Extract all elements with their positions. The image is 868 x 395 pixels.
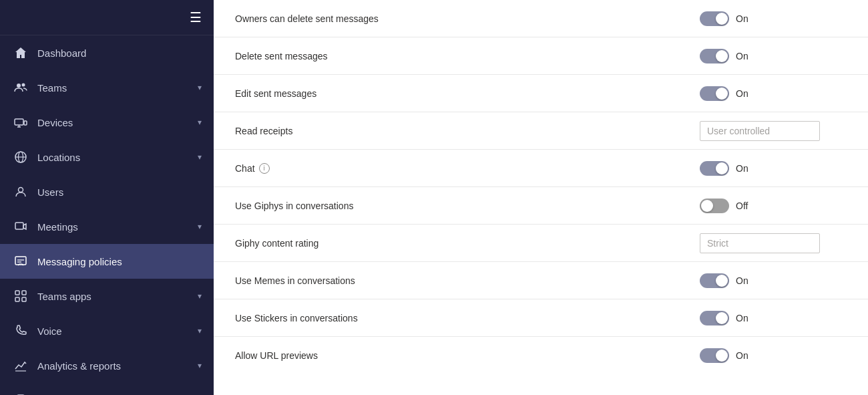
sidebar: ☰ Dashboard Teams ▾: [0, 0, 214, 395]
devices-icon: [12, 114, 29, 131]
toggle-knob-use-giphys: [701, 200, 713, 212]
messaging-icon: [12, 253, 29, 270]
settings-label-use-giphys: Use Giphys in conversations: [235, 201, 700, 211]
svg-rect-16: [15, 297, 19, 301]
settings-label-allow-url: Allow URL previews: [235, 350, 700, 361]
sidebar-item-label: Locations: [37, 152, 198, 163]
sidebar-item-label: Analytics & reports: [37, 360, 198, 372]
svg-rect-14: [15, 291, 19, 295]
settings-control-read-receipts: User controlled: [700, 121, 847, 141]
info-icon[interactable]: i: [259, 163, 270, 174]
settings-row-giphy-rating: Giphy content ratingStrict: [214, 225, 868, 262]
sidebar-item-label: Meetings: [37, 221, 198, 233]
sidebar-item-label: Dashboard: [37, 47, 202, 59]
toggle-label-use-memes: On: [736, 275, 756, 286]
settings-control-delete-sent: On: [700, 49, 847, 63]
sidebar-item-devices[interactable]: Devices ▾: [0, 105, 214, 140]
toggle-label-delete-sent: On: [736, 51, 756, 61]
toggle-label-allow-url: On: [736, 350, 756, 361]
chevron-down-icon: ▾: [198, 326, 202, 336]
sidebar-item-analytics-reports[interactable]: Analytics & reports ▾: [0, 348, 214, 383]
svg-rect-3: [24, 121, 27, 125]
settings-label-use-memes: Use Memes in conversations: [235, 275, 700, 286]
settings-row-use-giphys: Use Giphys in conversationsOff: [214, 187, 868, 225]
settings-row-edit-sent: Edit sent messagesOn: [214, 75, 868, 112]
main-content: Owners can delete sent messagesOnDelete …: [214, 0, 868, 395]
hamburger-menu-icon[interactable]: ☰: [190, 9, 202, 25]
sidebar-item-locations[interactable]: Locations ▾: [0, 140, 214, 174]
toggle-label-owners-delete: On: [736, 13, 756, 24]
meetings-icon: [12, 218, 29, 235]
chevron-down-icon: ▾: [198, 361, 202, 370]
toggle-chat[interactable]: [700, 161, 729, 176]
toggle-knob-owners-delete: [716, 13, 728, 25]
toggle-knob-chat: [716, 162, 728, 174]
toggle-owners-delete[interactable]: [700, 11, 729, 26]
sidebar-item-label: Voice: [37, 325, 198, 337]
settings-row-owners-delete: Owners can delete sent messagesOn: [214, 0, 868, 37]
sidebar-item-label: Devices: [37, 117, 198, 128]
globe-icon: [12, 148, 29, 166]
settings-label-delete-sent: Delete sent messages: [235, 51, 700, 61]
toggle-knob-edit-sent: [716, 88, 728, 100]
settings-row-use-memes: Use Memes in conversationsOn: [214, 262, 868, 299]
toggle-allow-url[interactable]: [700, 348, 729, 363]
toggle-label-edit-sent: On: [736, 88, 756, 99]
settings-row-allow-url: Allow URL previewsOn: [214, 337, 868, 374]
settings-control-use-stickers: On: [700, 311, 847, 325]
sidebar-item-meetings[interactable]: Meetings ▾: [0, 209, 214, 244]
settings-control-use-memes: On: [700, 273, 847, 288]
settings-label-giphy-rating: Giphy content rating: [235, 238, 700, 249]
settings-row-delete-sent: Delete sent messagesOn: [214, 37, 868, 75]
sidebar-header: ☰: [0, 0, 214, 35]
sidebar-item-label: Teams: [37, 82, 198, 94]
dropdown-giphy-rating[interactable]: Strict: [700, 233, 820, 253]
settings-row-use-stickers: Use Stickers in conversationsOn: [214, 299, 868, 337]
settings-control-giphy-rating: Strict: [700, 233, 847, 253]
home-icon: [12, 44, 29, 61]
svg-rect-15: [22, 291, 26, 295]
apps-icon: [12, 287, 29, 305]
toggle-use-stickers[interactable]: [700, 311, 729, 325]
teams-icon: [12, 79, 29, 96]
sidebar-item-users[interactable]: Users: [0, 174, 214, 209]
settings-control-owners-delete: On: [700, 11, 847, 26]
toggle-knob-delete-sent: [716, 50, 728, 62]
sidebar-item-assignments[interactable]: Assignments: [0, 383, 214, 395]
sidebar-item-teams[interactable]: Teams ▾: [0, 70, 214, 105]
svg-point-1: [22, 84, 25, 87]
voice-icon: [12, 322, 29, 340]
toggle-label-chat: On: [736, 163, 756, 174]
svg-point-0: [17, 84, 21, 88]
toggle-knob-use-memes: [716, 275, 728, 287]
settings-label-read-receipts: Read receipts: [235, 126, 700, 136]
chevron-down-icon: ▾: [198, 118, 202, 127]
chevron-down-icon: ▾: [198, 83, 202, 92]
sidebar-item-teams-apps[interactable]: Teams apps ▾: [0, 279, 214, 313]
toggle-label-use-giphys: Off: [736, 201, 756, 211]
svg-rect-17: [22, 297, 26, 301]
svg-rect-2: [15, 119, 23, 125]
settings-control-allow-url: On: [700, 348, 847, 363]
sidebar-item-label: Teams apps: [37, 291, 198, 302]
chevron-down-icon: ▾: [198, 152, 202, 162]
sidebar-item-voice[interactable]: Voice ▾: [0, 313, 214, 348]
toggle-delete-sent[interactable]: [700, 49, 729, 63]
analytics-icon: [12, 357, 29, 374]
settings-control-use-giphys: Off: [700, 199, 847, 213]
assignments-icon: [12, 392, 29, 395]
sidebar-item-dashboard[interactable]: Dashboard: [0, 35, 214, 70]
dropdown-read-receipts[interactable]: User controlled: [700, 121, 820, 141]
toggle-use-memes[interactable]: [700, 273, 729, 288]
sidebar-item-label: Users: [37, 186, 202, 198]
chevron-down-icon: ▾: [198, 291, 202, 301]
toggle-knob-allow-url: [716, 350, 728, 362]
toggle-use-giphys[interactable]: [700, 199, 729, 213]
settings-label-chat: Chati: [235, 163, 700, 174]
settings-row-chat: ChatiOn: [214, 150, 868, 187]
settings-control-chat: On: [700, 161, 847, 176]
settings-list: Owners can delete sent messagesOnDelete …: [214, 0, 868, 374]
sidebar-item-messaging-policies[interactable]: Messaging policies: [0, 244, 214, 279]
toggle-edit-sent[interactable]: [700, 86, 729, 101]
settings-label-edit-sent: Edit sent messages: [235, 88, 700, 99]
